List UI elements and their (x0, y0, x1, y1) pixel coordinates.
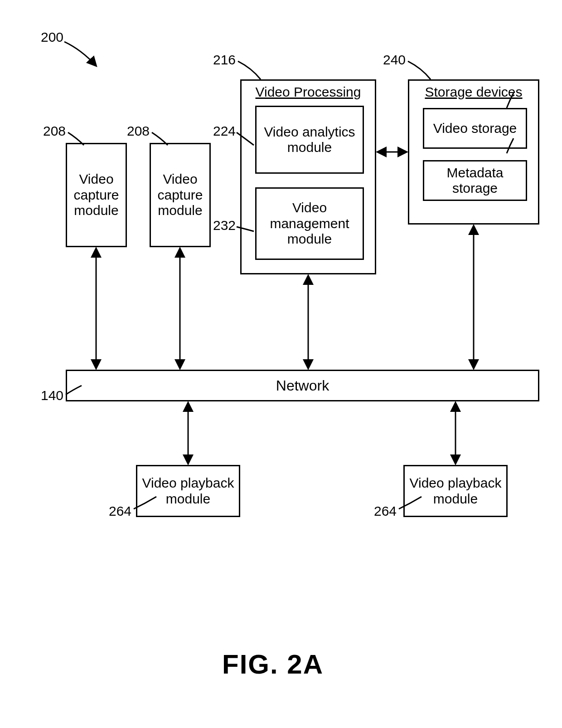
leader-208a (68, 132, 84, 145)
leader-240 (408, 61, 431, 79)
leader-216 (238, 61, 261, 79)
leader-248 (507, 93, 514, 108)
leader-264b (399, 497, 422, 509)
connectors (0, 0, 562, 728)
leader-224 (237, 132, 254, 145)
leader-200 (64, 42, 96, 66)
leader-140 (66, 386, 82, 395)
leader-232 (237, 227, 254, 231)
leader-256 (507, 138, 514, 153)
leader-208b (152, 132, 168, 145)
diagram-stage: 200 208 208 216 224 232 240 248 256 140 … (0, 0, 562, 728)
leader-264a (134, 497, 156, 509)
